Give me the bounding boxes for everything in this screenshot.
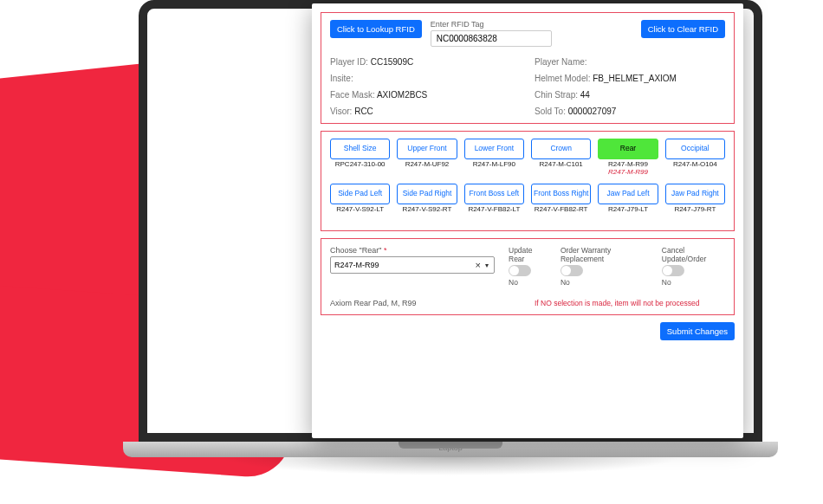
cancel-state: No <box>662 278 725 287</box>
category-cell: Side Pad LeftR247-V-S92-LT <box>330 184 390 223</box>
laptop-screen: Click to Lookup RFID Enter RFID Tag Clic… <box>139 0 762 442</box>
required-mark-icon: * <box>384 246 387 255</box>
category-code: RPC247-310-00 <box>330 161 390 178</box>
category-code: R247-M-O104 <box>665 161 725 178</box>
visor-value: RCC <box>354 107 373 116</box>
warranty-toggle[interactable] <box>561 265 583 276</box>
choose-input[interactable] <box>334 261 473 269</box>
update-rear-state: No <box>509 278 547 287</box>
category-cell: Side Pad RightR247-V-S92-RT <box>397 184 457 223</box>
helmet-model-label: Helmet Model: <box>535 74 590 83</box>
category-code: R247-V-S92-RT <box>397 206 457 223</box>
player-name-label: Player Name: <box>535 57 587 67</box>
category-button[interactable]: Jaw Pad Left <box>598 184 658 204</box>
chin-strap-value: 44 <box>580 90 590 100</box>
rfid-input[interactable] <box>431 30 552 47</box>
dropdown-caret-icon[interactable]: ▾ <box>483 262 490 269</box>
category-button[interactable]: Front Boss Left <box>464 184 524 204</box>
category-button[interactable]: Front Boss Right <box>531 184 591 204</box>
category-code: R247-M-LF90 <box>464 161 524 178</box>
category-code: R247-V-S92-LT <box>330 206 390 223</box>
category-button[interactable]: Side Pad Left <box>330 184 390 204</box>
laptop-shadow <box>123 457 778 483</box>
chin-strap-row: Chin Strap: 44 <box>535 90 725 100</box>
sold-to-value: 0000027097 <box>568 107 617 116</box>
insite-row: Insite: <box>330 74 521 83</box>
category-cell: CrownR247-M-C101 <box>531 139 591 178</box>
sold-to-label: Sold To: <box>535 107 566 116</box>
rfid-label: Enter RFID Tag <box>431 20 552 29</box>
category-cell: Jaw Pad RightR247-J79-RT <box>665 184 725 223</box>
category-button[interactable]: Occipital <box>665 139 725 159</box>
face-mask-row: Face Mask: AXIOM2BCS <box>330 90 521 100</box>
submit-changes-button[interactable]: Submit Changes <box>660 322 735 340</box>
choose-section: Choose "Rear" * × ▾ Update Rear No <box>321 238 735 315</box>
category-code: R247-M-R99R247-M-R99 <box>598 161 658 178</box>
sold-to-row: Sold To: 0000027097 <box>535 107 725 116</box>
player-id-label: Player ID: <box>330 57 368 67</box>
visor-row: Visor: RCC <box>330 107 521 116</box>
player-name-row: Player Name: <box>535 57 725 67</box>
category-section: Shell SizeRPC247-310-00Upper FrontR247-M… <box>321 131 735 231</box>
warranty-state: No <box>561 278 648 287</box>
category-subcode: R247-M-R99 <box>598 169 658 177</box>
choose-label: Choose "Rear" <box>330 246 381 255</box>
category-cell: RearR247-M-R99R247-M-R99 <box>598 139 658 178</box>
helmet-model-value: FB_HELMET_AXIOM <box>593 74 677 83</box>
category-code: R247-V-FB82-RT <box>531 206 591 223</box>
face-mask-value: AXIOM2BCS <box>377 90 427 100</box>
visor-label: Visor: <box>330 107 352 116</box>
update-rear-toggle[interactable] <box>509 265 531 276</box>
cancel-label: Cancel Update/Order <box>662 246 725 263</box>
category-code: R247-M-UF92 <box>397 161 457 178</box>
category-button[interactable]: Shell Size <box>330 139 390 159</box>
category-cell: Shell SizeRPC247-310-00 <box>330 139 390 178</box>
app-panel: Click to Lookup RFID Enter RFID Tag Clic… <box>312 3 743 438</box>
category-cell: Front Boss RightR247-V-FB82-RT <box>531 184 591 223</box>
category-button[interactable]: Rear <box>598 139 658 159</box>
choose-combobox[interactable]: × ▾ <box>330 256 495 274</box>
insite-label: Insite: <box>330 74 353 83</box>
category-cell: OccipitalR247-M-O104 <box>665 139 725 178</box>
lookup-info-section: Click to Lookup RFID Enter RFID Tag Clic… <box>321 12 735 124</box>
category-button[interactable]: Upper Front <box>397 139 457 159</box>
helmet-model-row: Helmet Model: FB_HELMET_AXIOM <box>535 74 725 83</box>
category-code: R247-J79-RT <box>665 206 725 223</box>
category-button[interactable]: Jaw Pad Right <box>665 184 725 204</box>
cancel-toggle[interactable] <box>662 265 684 276</box>
player-id-value: CC15909C <box>371 57 413 67</box>
category-button[interactable]: Side Pad Right <box>397 184 457 204</box>
choose-description: Axiom Rear Pad, M, R99 <box>330 299 521 307</box>
warranty-label: Order Warranty Replacement <box>561 246 648 263</box>
category-code: R247-M-C101 <box>531 161 591 178</box>
update-rear-label: Update Rear <box>509 246 547 263</box>
category-cell: Upper FrontR247-M-UF92 <box>397 139 457 178</box>
processing-warning: If NO selection is made, item will not b… <box>535 299 725 307</box>
lookup-rfid-button[interactable]: Click to Lookup RFID <box>330 20 422 38</box>
laptop-frame: Click to Lookup RFID Enter RFID Tag Clic… <box>139 0 762 504</box>
laptop-notch <box>399 442 502 449</box>
category-cell: Jaw Pad LeftR247-J79-LT <box>598 184 658 223</box>
category-cell: Front Boss LeftR247-V-FB82-LT <box>464 184 524 223</box>
category-code: R247-J79-LT <box>598 206 658 223</box>
category-button[interactable]: Lower Front <box>464 139 524 159</box>
face-mask-label: Face Mask: <box>330 90 375 100</box>
player-id-row: Player ID: CC15909C <box>330 57 521 67</box>
chin-strap-label: Chin Strap: <box>535 90 578 100</box>
category-cell: Lower FrontR247-M-LF90 <box>464 139 524 178</box>
category-code: R247-V-FB82-LT <box>464 206 524 223</box>
category-button[interactable]: Crown <box>531 139 591 159</box>
clear-rfid-button[interactable]: Click to Clear RFID <box>641 20 725 38</box>
clear-input-icon[interactable]: × <box>473 260 483 270</box>
